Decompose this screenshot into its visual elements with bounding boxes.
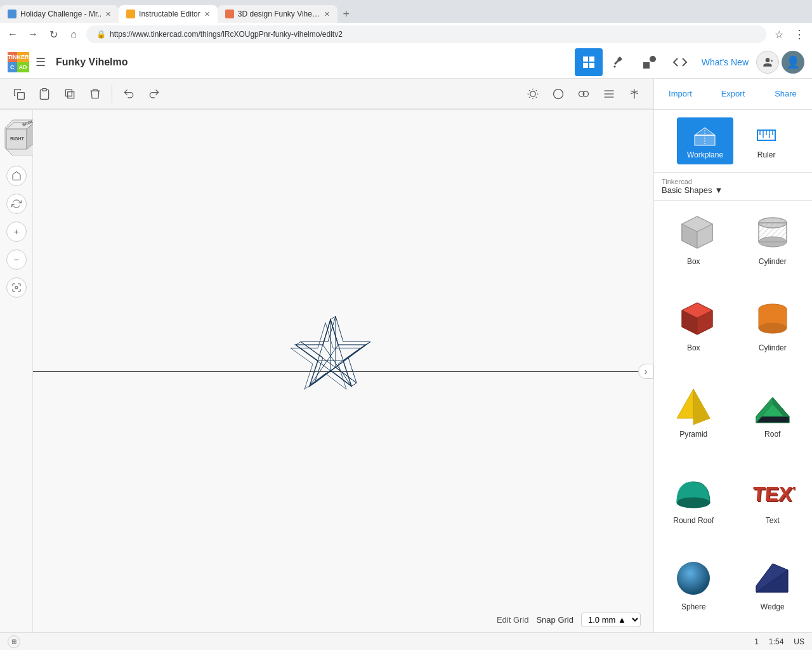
- shape-cylinder-gray[interactable]: Cylinder: [733, 201, 813, 287]
- shapes-button[interactable]: [636, 48, 664, 76]
- home-button[interactable]: ⌂: [66, 27, 81, 42]
- svg-line-32: [296, 342, 301, 345]
- logo-c: C: [8, 62, 17, 72]
- tab-close-holiday[interactable]: ✕: [105, 10, 111, 18]
- bottom-bar: Edit Grid Snap Grid 1.0 mm ▲: [497, 613, 641, 627]
- main-area: RIGHT BACK + −: [0, 110, 812, 632]
- copy-button[interactable]: [8, 83, 30, 105]
- share-button[interactable]: Share: [759, 79, 812, 109]
- shape-box-red[interactable]: Box: [654, 287, 733, 373]
- snap-grid-select[interactable]: 1.0 mm ▲: [581, 613, 641, 627]
- light-button[interactable]: [521, 83, 544, 105]
- shape-cylinder-orange[interactable]: Cylinder: [733, 287, 813, 373]
- shape-roof-green[interactable]: Roof: [733, 373, 813, 460]
- svg-rect-3: [589, 63, 594, 68]
- tinkercad-logo: TIN KER C AD: [8, 52, 28, 72]
- zoom-out-button[interactable]: −: [6, 249, 27, 270]
- workplane-icon: [692, 123, 717, 148]
- edit-grid-button[interactable]: Edit Grid: [497, 615, 529, 625]
- tab-holiday[interactable]: Holiday Challenge - Mr.. ✕: [0, 5, 119, 23]
- menu-button[interactable]: ☰: [33, 53, 48, 72]
- mirror-button[interactable]: [623, 83, 646, 105]
- hammer-button[interactable]: [605, 48, 633, 76]
- rotate-button[interactable]: [6, 194, 27, 214]
- shape-button[interactable]: [547, 83, 570, 105]
- reload-button[interactable]: ↻: [46, 27, 61, 42]
- svg-line-38: [323, 345, 351, 386]
- align-button[interactable]: [598, 83, 620, 105]
- import-button[interactable]: Import: [654, 79, 707, 109]
- shape-img-roof-green: [750, 381, 796, 427]
- expand-panel-button[interactable]: ›: [638, 364, 653, 379]
- svg-line-39: [331, 319, 343, 361]
- workplane-control[interactable]: Workplane: [677, 117, 733, 164]
- canvas-area[interactable]: › Edit Grid Snap Grid 1.0 mm ▲: [33, 110, 653, 632]
- shape-text[interactable]: TEXT TEXT TEXT Text: [733, 460, 813, 546]
- shape-sphere-blue[interactable]: Sphere: [654, 546, 733, 632]
- whats-new-button[interactable]: What's New: [697, 57, 754, 67]
- svg-rect-9: [68, 91, 74, 98]
- export-button[interactable]: Export: [707, 79, 759, 109]
- tab-close-instructable[interactable]: ✕: [204, 10, 210, 18]
- home-view-button[interactable]: [6, 166, 27, 186]
- item-count: 1: [754, 637, 759, 646]
- merge-button[interactable]: [572, 83, 595, 105]
- shape-img-pyramid-yellow: [671, 381, 716, 427]
- app: TIN KER C AD ☰ Funky Vihelmo What's New: [0, 46, 812, 650]
- code-button[interactable]: [666, 48, 694, 76]
- tab-icon-holiday: [8, 10, 16, 18]
- windows-button[interactable]: ⊞: [8, 635, 20, 648]
- address-text: https://www.tinkercad.com/things/lRcXOUg…: [110, 30, 343, 39]
- right-panel: Workplane: [653, 110, 812, 632]
- shape-label-wedge: Wedge: [761, 602, 785, 611]
- 3d-star-object[interactable]: [267, 300, 394, 429]
- shape-box-gray[interactable]: Box: [654, 201, 733, 287]
- secure-icon: 🔒: [96, 30, 106, 39]
- tab-tinkercad[interactable]: 3D design Funky Vihelm.. ✕: [218, 5, 337, 23]
- new-tab-button[interactable]: +: [337, 5, 355, 23]
- address-input[interactable]: 🔒 https://www.tinkercad.com/things/lRcXO…: [86, 25, 766, 43]
- ruler-icon: [754, 123, 779, 148]
- shape-img-round-roof-teal: [671, 468, 716, 514]
- shape-wedge-navy[interactable]: Wedge: [733, 546, 813, 632]
- shape-label-box-red: Box: [687, 343, 700, 352]
- zoom-in-button[interactable]: +: [6, 222, 27, 242]
- browser-menu-button[interactable]: ⋮: [792, 27, 807, 42]
- svg-rect-0: [583, 56, 588, 62]
- delete-button[interactable]: [84, 83, 107, 105]
- shape-img-sphere-blue: [671, 554, 716, 600]
- tab-close-tinkercad[interactable]: ✕: [324, 10, 330, 18]
- shape-label-cylinder-gray: Cylinder: [759, 257, 787, 266]
- redo-button[interactable]: [143, 83, 166, 105]
- svg-rect-6: [18, 92, 25, 99]
- user-avatar[interactable]: 👤: [782, 51, 804, 74]
- ruler-control[interactable]: Ruler: [743, 117, 789, 164]
- svg-line-30: [351, 383, 357, 386]
- shapes-header: Tinkercad Basic Shapes ▼: [654, 173, 812, 201]
- bookmark-button[interactable]: ☆: [771, 27, 787, 42]
- duplicate-button[interactable]: [58, 83, 81, 105]
- shape-label-pyramid: Pyramid: [679, 430, 707, 439]
- svg-rect-2: [583, 63, 588, 68]
- grid-view-button[interactable]: [575, 48, 603, 76]
- project-title: Funky Vihelmo: [56, 56, 128, 68]
- back-button[interactable]: ←: [5, 27, 20, 42]
- shape-pyramid-yellow[interactable]: Pyramid: [654, 373, 733, 460]
- paste-button[interactable]: [33, 83, 56, 105]
- undo-button[interactable]: [117, 83, 140, 105]
- shape-round-roof-teal[interactable]: Round Roof: [654, 460, 733, 546]
- tab-instructable[interactable]: Instructable Editor ✕: [119, 5, 218, 23]
- header-tools: What's New 👤: [575, 48, 804, 76]
- shape-img-text: TEXT TEXT TEXT: [750, 468, 796, 514]
- shapes-category[interactable]: Basic Shapes ▼: [662, 185, 723, 195]
- logo-ad: AD: [17, 62, 29, 72]
- shape-label-cylinder-orange: Cylinder: [759, 343, 787, 352]
- left-controls: RIGHT BACK + −: [0, 110, 33, 632]
- svg-point-5: [650, 56, 656, 62]
- fit-view-button[interactable]: [6, 277, 27, 298]
- tab-icon-instructable: [126, 10, 135, 18]
- svg-point-10: [530, 91, 535, 96]
- shape-label-box-gray: Box: [687, 257, 700, 266]
- add-user-button[interactable]: [756, 51, 779, 74]
- forward-button[interactable]: →: [25, 27, 41, 42]
